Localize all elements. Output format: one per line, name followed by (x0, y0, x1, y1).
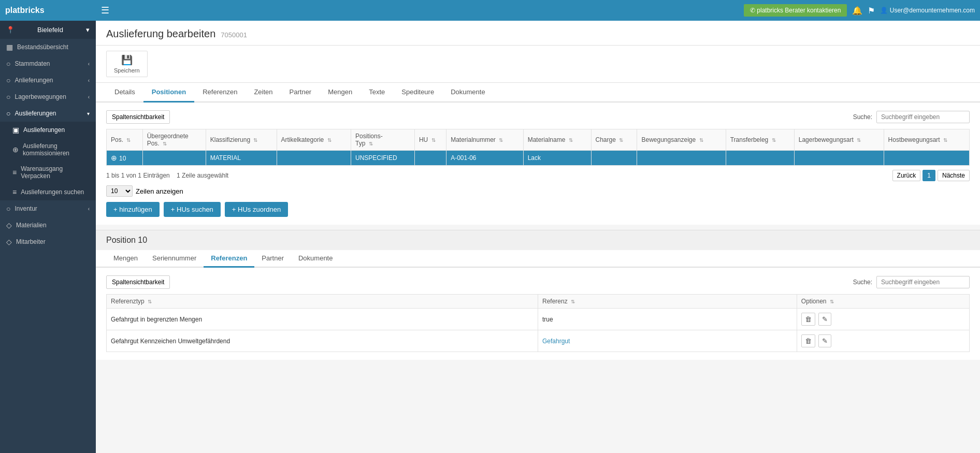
flag-icon[interactable]: ⚑ (868, 6, 875, 16)
tab-referenzen[interactable]: Referenzen (194, 83, 246, 103)
edit-button[interactable]: ✎ (818, 334, 831, 347)
sort-icon: ⇅ (830, 299, 834, 304)
sub-tab-mengen[interactable]: Mengen (106, 250, 145, 268)
bell-icon[interactable]: 🔔 (852, 6, 862, 16)
col-uebergeordnete-pos[interactable]: ÜbergeordnetePos. ⇅ (142, 129, 206, 151)
col-hostbewegungsart[interactable]: Hostbewegungsart ⇅ (884, 129, 969, 151)
tab-texte[interactable]: Texte (361, 83, 393, 103)
ref-search-input[interactable] (876, 276, 970, 288)
auslieferungen-submenu: ▣ Auslieferungen ⊕ Auslieferung kommissi… (0, 122, 96, 200)
sort-icon: ⇅ (857, 137, 861, 143)
save-button[interactable]: 💾 Speichern (106, 51, 148, 77)
prev-page-button[interactable]: Zurück (892, 170, 921, 181)
ref-col-referenz[interactable]: Referenz ⇅ (538, 295, 797, 309)
table-controls: Spaltensichtbarkeit Suche: (106, 110, 970, 124)
sidebar-item-materialien[interactable]: ◇ Materialien (0, 217, 96, 233)
sidebar-item-bestandsuebersicht[interactable]: ▦ Bestandsübersicht (0, 39, 96, 55)
position-section: Position 10 (96, 230, 980, 250)
cell-lagerbewegungsart (794, 151, 884, 166)
col-materialnummer[interactable]: Materialnummer ⇅ (446, 129, 524, 151)
sort-icon: ⇅ (431, 137, 436, 143)
cell-pos: ⊕10 (107, 151, 143, 166)
next-page-button[interactable]: Nächste (938, 170, 970, 181)
ref-table-row[interactable]: Gefahrgut Kennzeichen Umweltgefährdend G… (107, 330, 970, 352)
col-hu[interactable]: HU ⇅ (414, 129, 446, 151)
col-positions-typ[interactable]: Positions-Typ ⇅ (351, 129, 415, 151)
sub-tab-partner[interactable]: Partner (254, 250, 291, 268)
sort-icon: ⇅ (699, 137, 703, 143)
sidebar-item-auslieferung-kommissionieren[interactable]: ⊕ Auslieferung kommissionieren (0, 138, 96, 161)
ref-actions: 🗑 ✎ (801, 313, 965, 326)
tab-details[interactable]: Details (106, 83, 143, 103)
sort-icon: ⇅ (772, 137, 776, 143)
sidebar: 📍 Bielefeld ▾ ▦ Bestandsübersicht ○ Stam… (0, 21, 96, 453)
tab-positionen[interactable]: Positionen (143, 83, 194, 103)
search-input[interactable] (876, 111, 970, 123)
hus-suchen-button[interactable]: + HUs suchen (164, 202, 221, 217)
chevron-icon: ‹ (88, 78, 90, 83)
cell-referenztyp: Gefahrgut Kennzeichen Umweltgefährdend (107, 330, 538, 352)
page-title: Auslieferung bearbeiten (106, 28, 215, 40)
rows-label: Zeilen anzeigen (136, 187, 183, 195)
sidebar-item-label: Auslieferungen suchen (21, 188, 84, 196)
hus-zuordnen-button[interactable]: + HUs zuordnen (225, 202, 288, 217)
sidebar-location[interactable]: 📍 Bielefeld ▾ (0, 21, 96, 39)
sidebar-item-auslieferungen-sub[interactable]: ▣ Auslieferungen (0, 122, 96, 138)
plus-circle-icon: ⊕ (12, 145, 19, 154)
col-charge[interactable]: Charge ⇅ (591, 129, 637, 151)
sort-icon: ⇅ (499, 137, 503, 143)
delete-button[interactable]: 🗑 (801, 334, 815, 347)
sub-tab-dokumente[interactable]: Dokumente (291, 250, 340, 268)
ref-col-referenztyp[interactable]: Referenztyp ⇅ (107, 295, 538, 309)
ref-spaltensicht-button[interactable]: Spaltensichtbarkeit (106, 275, 170, 289)
tab-zeiten[interactable]: Zeiten (246, 83, 281, 103)
contact-button[interactable]: ✆ platbricks Berater kontaktieren (744, 4, 847, 17)
sort-icon: ⇅ (327, 137, 332, 143)
hinzufuegen-button[interactable]: + hinzufügen (106, 202, 160, 217)
sidebar-item-label: Auslieferungen (15, 110, 56, 117)
tab-spediteure[interactable]: Spediteure (393, 83, 442, 103)
col-artikelkategorie[interactable]: Artikelkategorie ⇅ (277, 129, 351, 151)
sidebar-item-warenausgang-verpacken[interactable]: ≡ Warenausgang Verpacken (0, 161, 96, 184)
rows-select[interactable]: 10 25 50 100 (106, 185, 133, 197)
pagination-right: Zurück 1 Nächste (892, 170, 970, 181)
col-materialname[interactable]: Materialname ⇅ (523, 129, 591, 151)
ref-table-row[interactable]: Gefahrgut in begrenzten Mengen true 🗑 ✎ (107, 309, 970, 330)
col-klassifizierung[interactable]: Klassifizierung ⇅ (206, 129, 277, 151)
tab-mengen[interactable]: Mengen (320, 83, 361, 103)
sidebar-item-anlieferungen[interactable]: ○ Anlieferungen ‹ (0, 72, 96, 89)
tab-dokumente[interactable]: Dokumente (442, 83, 493, 103)
spaltensicht-button[interactable]: Spaltensichtbarkeit (106, 110, 170, 124)
expand-icon[interactable]: ⊕ (111, 154, 117, 162)
delete-button[interactable]: 🗑 (801, 313, 815, 326)
col-pos[interactable]: Pos. ⇅ (107, 129, 143, 151)
current-page-button[interactable]: 1 (923, 170, 935, 181)
sidebar-item-stammdaten[interactable]: ○ Stammdaten ‹ (0, 55, 96, 72)
list-icon: ≡ (12, 188, 17, 196)
ref-search-label: Suche: (853, 279, 872, 286)
col-lagerbewegungsart[interactable]: Lagerbewegungsart ⇅ (794, 129, 884, 151)
tab-partner[interactable]: Partner (281, 83, 320, 103)
sidebar-item-inventur[interactable]: ○ Inventur ‹ (0, 200, 96, 217)
edit-button[interactable]: ✎ (818, 313, 831, 326)
circle-icon: ○ (6, 109, 10, 118)
sidebar-item-auslieferungen-suchen[interactable]: ≡ Auslieferungen suchen (0, 184, 96, 200)
sidebar-item-label: Mitarbeiter (16, 238, 46, 245)
doc-icon: ▣ (12, 126, 19, 134)
sidebar-item-mitarbeiter[interactable]: ◇ Mitarbeiter (0, 233, 96, 250)
user-label: 👤 User@demounternehmen.com (880, 7, 975, 14)
sub-tab-referenzen[interactable]: Referenzen (204, 250, 254, 268)
ref-col-optionen[interactable]: Optionen ⇅ (797, 295, 969, 309)
sidebar-item-lagerbewegungen[interactable]: ○ Lagerbewegungen ‹ (0, 89, 96, 105)
hamburger-icon[interactable]: ☰ (101, 5, 109, 16)
sidebar-item-auslieferungen[interactable]: ○ Auslieferungen ▾ (0, 105, 96, 122)
cell-klassifizierung: MATERIAL (206, 151, 277, 166)
top-header: platbricks ☰ ✆ platbricks Berater kontak… (0, 0, 980, 21)
table-row[interactable]: ⊕10 MATERIAL UNSPECIFIED A-001-06 Lack (107, 151, 970, 166)
search-area: Suche: (853, 111, 970, 123)
sub-tab-seriennummer[interactable]: Seriennummer (145, 250, 204, 268)
col-bewegungsanzeige[interactable]: Bewegungsanzeige ⇅ (637, 129, 726, 151)
sidebar-item-label: Inventur (15, 205, 37, 212)
col-transferbeleg[interactable]: Transferbeleg ⇅ (726, 129, 794, 151)
ref-link[interactable]: Gefahrgut (542, 338, 570, 345)
